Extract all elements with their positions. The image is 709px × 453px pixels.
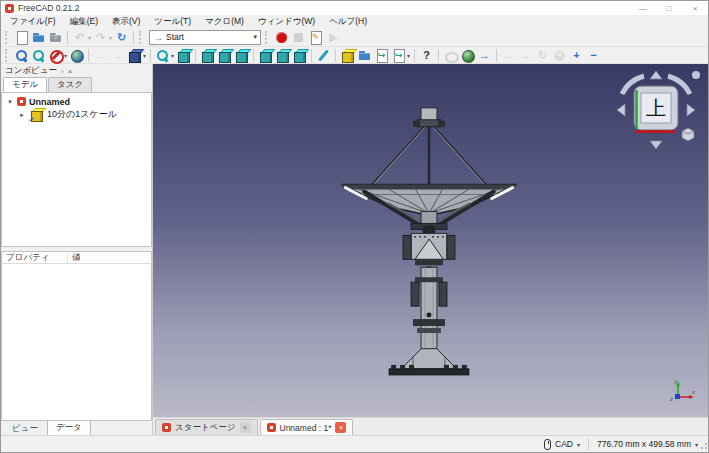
- sync-view-icon[interactable]: [68, 47, 85, 64]
- web-stop-load-icon: [442, 47, 459, 64]
- macro-stop-icon: [290, 29, 307, 46]
- navigation-cube[interactable]: 上: [610, 68, 702, 152]
- tab-start-page[interactable]: スタートページ ×: [155, 419, 258, 435]
- float-panel-icon[interactable]: ▫: [61, 67, 64, 76]
- close-tab-icon[interactable]: ×: [240, 422, 251, 433]
- create-group-icon[interactable]: [356, 47, 373, 64]
- tab-label: スタートページ: [175, 422, 236, 434]
- chevron-down-icon: ▾: [407, 52, 410, 59]
- toolbar-drag-handle[interactable]: [5, 31, 10, 44]
- view-top-icon[interactable]: [216, 47, 233, 64]
- toolbar-separator: [150, 49, 151, 62]
- close-panel-icon[interactable]: ×: [68, 67, 73, 76]
- tab-document-unnamed[interactable]: Unnamed : 1* ×: [260, 419, 354, 435]
- menu-macro[interactable]: マクロ(M): [199, 15, 250, 29]
- toolbar-separator: [311, 49, 312, 62]
- new-document-icon[interactable]: [13, 29, 30, 46]
- browser-zoom-out-icon[interactable]: −: [585, 47, 602, 64]
- arrow-down-icon: [650, 141, 662, 149]
- maximize-button[interactable]: □: [656, 1, 682, 15]
- draw-style-icon[interactable]: ▾: [47, 47, 68, 64]
- whats-this-icon[interactable]: ?: [418, 47, 435, 64]
- menu-tools[interactable]: ツール(T): [148, 15, 197, 29]
- browser-stop-icon: ×: [551, 47, 568, 64]
- toolbar-drag-handle[interactable]: [5, 49, 10, 62]
- zoom-icon[interactable]: ▾: [154, 47, 175, 64]
- save-document-icon[interactable]: ↓: [47, 29, 64, 46]
- arrow-left-icon: [617, 104, 625, 116]
- make-sub-link-icon[interactable]: ↪▾: [390, 47, 411, 64]
- chevron-down-icon: ▾: [64, 52, 67, 59]
- view-front-icon[interactable]: [199, 47, 216, 64]
- combo-view-title: コンボビュー: [5, 65, 57, 77]
- freecad-file-icon: [267, 423, 276, 432]
- toolbar-separator: [195, 49, 196, 62]
- model-tree: ▾ Unnamed ▸ ↗ 10分の1スケール: [1, 92, 152, 247]
- nav-cube-menu-icon: [692, 71, 700, 79]
- file-toolbar: ↓↶▾↷▾↻: [13, 29, 137, 46]
- view-bottom-icon[interactable]: [274, 47, 291, 64]
- mouse-icon: [544, 439, 551, 450]
- chevron-down-icon: ▾: [254, 33, 258, 41]
- toolbar-separator: [88, 49, 89, 62]
- start-workbench-icon: →: [153, 32, 163, 43]
- view-rear-icon[interactable]: [257, 47, 274, 64]
- axis-indicator-icon: y x z: [670, 377, 698, 405]
- 3d-viewport[interactable]: 上 y x z: [153, 64, 708, 417]
- menu-edit[interactable]: 編集(E): [64, 15, 104, 29]
- chevron-down-icon[interactable]: ▾: [695, 441, 698, 448]
- mini-cube-icon: [682, 128, 694, 141]
- toolbar-separator: [438, 49, 439, 62]
- close-tab-icon[interactable]: ×: [335, 422, 346, 433]
- view-navigation-toolbar: ▾←→▾▾↪↪▾?→←→↻×+−: [13, 47, 602, 64]
- measure-distance-icon[interactable]: [315, 47, 332, 64]
- make-link-icon[interactable]: ↪: [373, 47, 390, 64]
- tab-task[interactable]: タスク: [48, 77, 92, 92]
- toolbar-row-2: ▾←→▾▾↪↪▾?→←→↻×+−: [1, 47, 708, 64]
- refresh-icon[interactable]: ↻: [113, 29, 130, 46]
- macro-toolbar: ✎: [273, 29, 341, 46]
- freecad-file-icon: [162, 423, 171, 432]
- menu-bar: ファイル(F)編集(E)表示(V)ツール(T)マクロ(M)ウィンドウ(W)ヘルプ…: [1, 15, 708, 28]
- nav-back-icon: ←: [92, 47, 109, 64]
- view-fit-selection-icon[interactable]: [30, 47, 47, 64]
- resize-grip[interactable]: [699, 443, 707, 451]
- view-axonometric-icon[interactable]: [175, 47, 192, 64]
- tree-item-link[interactable]: ▸ ↗ 10分の1スケール: [2, 108, 151, 121]
- tree-item-document[interactable]: ▾ Unnamed: [2, 95, 151, 108]
- minimize-button[interactable]: —: [630, 1, 656, 15]
- tab-data-properties[interactable]: データ: [47, 421, 91, 436]
- open-document-icon[interactable]: [30, 29, 47, 46]
- macro-edit-icon[interactable]: ✎: [307, 29, 324, 46]
- view-fit-all-icon[interactable]: [13, 47, 30, 64]
- workbench-selector[interactable]: → Start ▾: [149, 30, 261, 45]
- web-open-url-icon[interactable]: →: [476, 47, 493, 64]
- macro-record-icon[interactable]: [273, 29, 290, 46]
- link-part-icon: ↗: [29, 107, 44, 122]
- toolbar-separator: [67, 31, 68, 44]
- menu-file[interactable]: ファイル(F): [4, 15, 62, 29]
- go-to-linked-object-icon[interactable]: ▾: [126, 47, 147, 64]
- navigation-style-value[interactable]: CAD: [555, 439, 573, 449]
- toolbar-drag-handle[interactable]: [139, 31, 144, 44]
- menu-windows[interactable]: ウィンドウ(W): [252, 15, 321, 29]
- expander-icon[interactable]: ▸: [18, 111, 26, 119]
- svg-text:y: y: [674, 378, 677, 384]
- browser-zoom-in-icon[interactable]: +: [568, 47, 585, 64]
- create-part-icon[interactable]: [339, 47, 356, 64]
- svg-text:x: x: [692, 389, 695, 395]
- menu-view[interactable]: 表示(V): [106, 15, 146, 29]
- menu-help[interactable]: ヘルプ(H): [323, 15, 373, 29]
- close-button[interactable]: ×: [682, 1, 708, 15]
- redo-icon: ↷▾: [92, 29, 113, 46]
- web-home-icon[interactable]: [459, 47, 476, 64]
- view-right-icon[interactable]: [233, 47, 250, 64]
- tab-model[interactable]: モデル: [3, 77, 47, 92]
- toolbar-drag-handle[interactable]: [265, 31, 270, 44]
- combo-view-panel: コンボビュー ▫ × モデル タスク ▾ Unnamed ▸ ↗ 10分の1スケ…: [1, 64, 153, 435]
- toolbar-row-1: ↓↶▾↷▾↻ → Start ▾ ✎: [1, 28, 708, 47]
- expander-icon[interactable]: ▾: [6, 98, 14, 106]
- chevron-down-icon[interactable]: ▾: [577, 441, 580, 448]
- browser-refresh-icon: ↻: [534, 47, 551, 64]
- view-left-icon[interactable]: [291, 47, 308, 64]
